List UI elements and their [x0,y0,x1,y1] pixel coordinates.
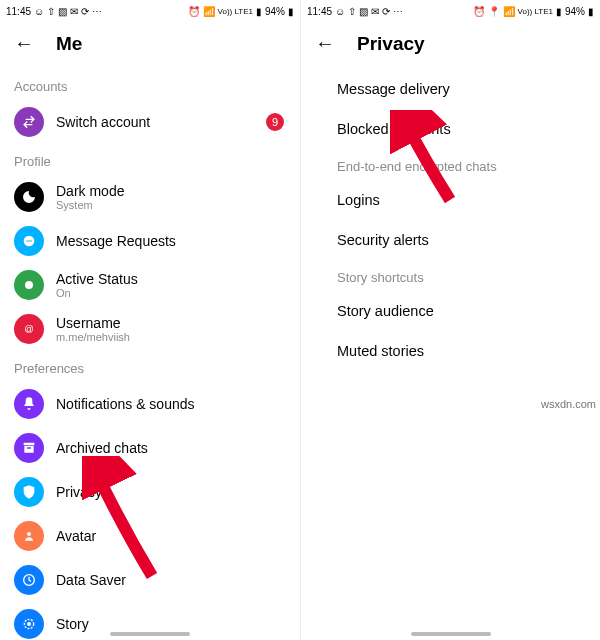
sync-icon: ⟳ [382,6,390,17]
logins-row[interactable]: Logins [301,180,600,220]
page-title: Privacy [357,33,425,55]
row-title: Active Status [56,271,286,287]
battery-pct: 94% [265,6,285,17]
clock: 11:45 [307,6,332,17]
message-requests-row[interactable]: Message Requests [0,219,300,263]
row-title: Privacy [56,484,286,500]
row-title: Archived chats [56,440,286,456]
wifi-icon: 📶 [503,6,515,17]
archive-icon [14,433,44,463]
page-title: Me [56,33,82,55]
signal-icon: ▮ [556,6,562,17]
data-saver-row[interactable]: Data Saver [0,558,300,602]
status-bar: 11:45 ☺ ⇧ ▧ ✉ ⟳ ⋯ ⏰ 📶 Vo)) LTE1 ▮ 94% ▮ [0,0,300,22]
row-title: Story [56,616,286,632]
status-bar: 11:45 ☺ ⇧ ▧ ✉ ⟳ ⋯ ⏰ 📍 📶 Vo)) LTE1 ▮ 94% … [301,0,600,22]
security-alerts-row[interactable]: Security alerts [301,220,600,260]
avatar-row[interactable]: Avatar [0,514,300,558]
at-icon: @ [14,314,44,344]
row-sub: System [56,199,286,211]
data-saver-icon [14,565,44,595]
section-accounts: Accounts [0,69,300,100]
header: ← Privacy [301,22,600,69]
muted-stories-row[interactable]: Muted stories [301,331,600,371]
archived-chats-row[interactable]: Archived chats [0,426,300,470]
mail-icon: ✉ [70,6,78,17]
shield-icon [14,477,44,507]
svg-point-2 [28,240,30,242]
svg-point-9 [27,622,31,626]
active-icon [14,270,44,300]
row-title: Avatar [56,528,286,544]
more-icon: ⋯ [393,6,403,17]
switch-account-icon [14,107,44,137]
net-label: Vo)) LTE1 [518,7,553,16]
wifi-icon: 📶 [203,6,215,17]
dark-mode-row[interactable]: Dark modeSystem [0,175,300,219]
svg-point-6 [27,532,31,536]
whatsapp-icon: ☺ [335,6,345,17]
row-title: Switch account [56,114,254,130]
app-icon: ▧ [58,6,67,17]
story-icon [14,609,44,639]
nav-indicator[interactable] [110,632,190,636]
location-icon: 📍 [488,6,500,17]
row-title: Notifications & sounds [56,396,286,412]
battery-icon: ▮ [588,6,594,17]
net-label: Vo)) LTE1 [218,7,253,16]
privacy-screen: 11:45 ☺ ⇧ ▧ ✉ ⟳ ⋯ ⏰ 📍 📶 Vo)) LTE1 ▮ 94% … [300,0,600,640]
section-e2e: End-to-end encrypted chats [301,149,600,180]
app-icon: ▧ [359,6,368,17]
watermark: wsxdn.com [541,398,596,410]
mail-icon: ✉ [371,6,379,17]
signal-icon: ▮ [256,6,262,17]
row-sub: On [56,287,286,299]
section-story-shortcuts: Story shortcuts [301,260,600,291]
alarm-icon: ⏰ [473,6,485,17]
battery-pct: 94% [565,6,585,17]
svg-point-3 [30,240,32,242]
row-title: Message Requests [56,233,286,249]
row-sub: m.me/mehviish [56,331,286,343]
header: ← Me [0,22,300,69]
switch-account-row[interactable]: Switch account 9 [0,100,300,144]
badge-count: 9 [266,113,284,131]
row-title: Dark mode [56,183,286,199]
username-row[interactable]: @ Usernamem.me/mehviish [0,307,300,351]
bell-icon [14,389,44,419]
nav-indicator[interactable] [411,632,491,636]
me-settings-screen: 11:45 ☺ ⇧ ▧ ✉ ⟳ ⋯ ⏰ 📶 Vo)) LTE1 ▮ 94% ▮ … [0,0,300,640]
chat-icon [14,226,44,256]
clock: 11:45 [6,6,31,17]
privacy-row[interactable]: Privacy [0,470,300,514]
svg-point-4 [25,281,33,289]
whatsapp-icon: ☺ [34,6,44,17]
section-preferences: Preferences [0,351,300,382]
story-audience-row[interactable]: Story audience [301,291,600,331]
more-icon: ⋯ [92,6,102,17]
blocked-accounts-row[interactable]: Blocked accounts [301,109,600,149]
row-title: Username [56,315,286,331]
section-profile: Profile [0,144,300,175]
alarm-icon: ⏰ [188,6,200,17]
moon-icon [14,182,44,212]
svg-text:@: @ [24,324,33,334]
message-delivery-row[interactable]: Message delivery [301,69,600,109]
battery-icon: ▮ [288,6,294,17]
active-status-row[interactable]: Active StatusOn [0,263,300,307]
back-arrow-icon[interactable]: ← [315,32,335,55]
avatar-icon [14,521,44,551]
svg-point-1 [26,240,28,242]
upload-icon: ⇧ [348,6,356,17]
notifications-row[interactable]: Notifications & sounds [0,382,300,426]
back-arrow-icon[interactable]: ← [14,32,34,55]
upload-icon: ⇧ [47,6,55,17]
sync-icon: ⟳ [81,6,89,17]
row-title: Data Saver [56,572,286,588]
